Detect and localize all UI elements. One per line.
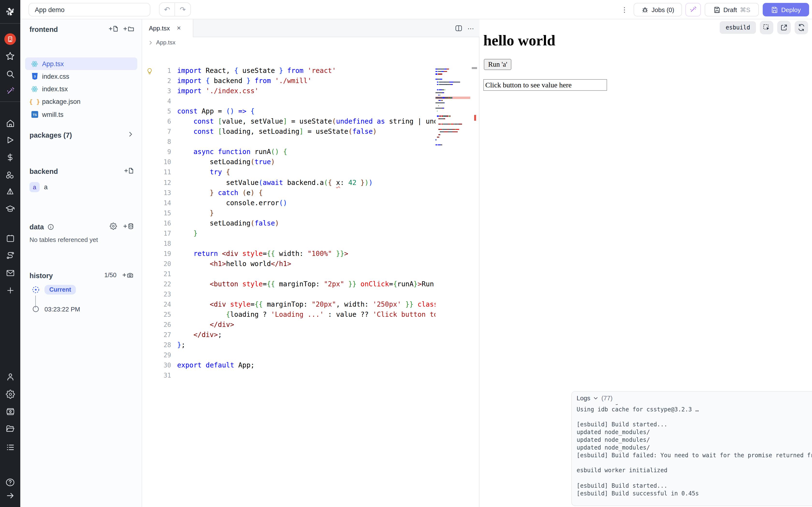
code-line[interactable]: 22 <button style={{ marginTop: "2px" }} … — [142, 280, 436, 290]
code-line[interactable]: 30export default App; — [142, 361, 436, 372]
workers-icon[interactable] — [0, 405, 20, 418]
search-icon[interactable] — [0, 67, 20, 80]
log-lines[interactable]: Initializing esbuild worker... Using idb… — [576, 398, 812, 498]
file-item-index-tsx[interactable]: index.tsx — [25, 83, 137, 95]
backend-item-a[interactable]: a a — [30, 182, 48, 192]
code-text: <button style={{ marginTop: "2px" }} onC… — [171, 280, 436, 290]
inspect-select-icon[interactable] — [760, 21, 773, 34]
minimap-line — [436, 136, 470, 138]
minimap-slider[interactable] — [472, 67, 477, 69]
editor-more-icon[interactable]: ⋯ — [467, 24, 475, 32]
code-line[interactable]: 10 setLoading(true) — [142, 158, 436, 168]
expand-arrow-icon[interactable] — [0, 489, 20, 502]
folders-icon[interactable] — [0, 422, 20, 436]
minimap-line — [436, 75, 470, 78]
code-line[interactable]: 14 console.error() — [142, 199, 436, 209]
snapshot-camera-button[interactable] — [121, 271, 134, 279]
redo-icon[interactable]: ↷ — [175, 3, 191, 16]
ai-assistant-button[interactable] — [686, 3, 701, 16]
variables-dollar-icon[interactable] — [0, 151, 20, 164]
code-content[interactable]: 1import React, { useState } from 'react'… — [142, 67, 436, 385]
data-settings-gear-icon[interactable] — [110, 223, 117, 230]
split-editor-icon[interactable] — [455, 24, 463, 32]
code-line[interactable]: 29 — [142, 351, 436, 361]
draft-button[interactable]: Draft ⌘S — [705, 3, 759, 16]
code-line[interactable]: 31 — [142, 372, 436, 382]
ai-wand-icon[interactable] — [0, 84, 20, 98]
learn-graduation-cap-icon[interactable] — [0, 202, 20, 216]
code-line[interactable]: 8 — [142, 138, 436, 148]
flows-route-icon[interactable] — [0, 249, 20, 262]
frontend-section-tools — [108, 25, 134, 32]
history-node-icon[interactable] — [33, 306, 39, 313]
tab-app-tsx[interactable]: App.tsx ✕ — [142, 19, 193, 37]
minimap-line — [436, 99, 470, 102]
code-line[interactable]: 21 — [142, 270, 436, 280]
deploy-button[interactable]: Deploy — [763, 3, 809, 16]
mail-icon[interactable] — [0, 266, 20, 280]
app-name-input[interactable] — [29, 3, 150, 16]
packages-expand-chevron[interactable] — [127, 131, 134, 137]
code-line[interactable]: 4 — [142, 97, 436, 107]
minimap[interactable] — [436, 68, 470, 153]
code-line[interactable]: 25 {loading ? 'Loading ...' : value ?? '… — [142, 311, 436, 321]
code-line[interactable]: 26 </div> — [142, 321, 436, 331]
settings-gear-icon[interactable] — [0, 387, 20, 401]
runs-play-icon[interactable] — [0, 133, 20, 147]
code-line[interactable]: 24 <div style={{ marginTop: "20px", widt… — [142, 300, 436, 311]
code-line[interactable]: 16 setLoading(false) — [142, 219, 436, 229]
add-folder-button[interactable] — [122, 25, 134, 32]
add-plus-icon[interactable] — [0, 283, 20, 297]
more-menu-icon[interactable]: ⋮ — [620, 3, 629, 16]
code-line[interactable]: 27 </div>; — [142, 331, 436, 341]
code-line[interactable]: 18 — [142, 239, 436, 249]
logs-header[interactable]: Logs (77) — [572, 392, 812, 404]
history-current-node-icon[interactable] — [32, 286, 40, 294]
history-item-current[interactable]: Current — [45, 285, 76, 294]
backend-add-script-button[interactable] — [123, 167, 134, 174]
code-line[interactable]: 19 return <div style={{ width: "100%" }}… — [142, 249, 436, 260]
file-item-package-json[interactable]: { }package.json — [25, 96, 137, 108]
code-line[interactable]: 12 setValue(await backend.a({ x: 42 })) — [142, 178, 436, 188]
chevron-right-icon — [148, 40, 153, 45]
breadcrumb[interactable]: App.tsx — [148, 39, 175, 46]
code-line[interactable]: 6 const [value, setValue] = useState(und… — [142, 117, 436, 127]
user-icon[interactable] — [0, 370, 20, 383]
code-line[interactable]: 13 } catch (e) { — [142, 188, 436, 199]
file-item-app-tsx[interactable]: App.tsx — [25, 57, 137, 70]
jobs-button[interactable]: Jobs (0) — [633, 3, 682, 16]
open-external-icon[interactable] — [777, 21, 791, 34]
resources-cubes-icon[interactable] — [0, 168, 20, 181]
code-line[interactable]: 15 } — [142, 209, 436, 219]
code-line[interactable]: 11 try { — [142, 168, 436, 178]
code-text: </div> — [171, 321, 234, 331]
windmill-logo-icon[interactable] — [0, 5, 20, 18]
help-icon[interactable] — [0, 475, 20, 489]
calendar-icon[interactable] — [0, 231, 20, 245]
code-line[interactable]: 17 } — [142, 229, 436, 239]
workspace-icon[interactable] — [0, 32, 20, 46]
code-line[interactable]: 5const App = () => { — [142, 107, 436, 117]
history-item-timestamp[interactable]: 03:23:22 PM — [45, 306, 80, 313]
code-line[interactable]: 2import { backend } from './wmill' — [142, 77, 436, 87]
code-line[interactable]: 28}; — [142, 341, 436, 351]
file-item-wmill-ts[interactable]: TSwmill.ts — [25, 108, 137, 121]
audit-list-icon[interactable] — [0, 440, 20, 454]
code-line[interactable]: 3import './index.css' — [142, 87, 436, 97]
code-line[interactable]: 1import React, { useState } from 'react' — [142, 67, 436, 77]
undo-icon[interactable]: ↶ — [159, 3, 175, 16]
refresh-icon[interactable] — [795, 21, 808, 34]
code-line[interactable]: 9 async function runA() { — [142, 148, 436, 158]
code-line[interactable]: 23 — [142, 290, 436, 300]
add-file-button[interactable] — [108, 25, 118, 32]
preview-run-button[interactable]: Run 'a' — [484, 59, 512, 70]
add-database-button[interactable] — [122, 223, 134, 230]
tab-close-icon[interactable]: ✕ — [176, 25, 181, 32]
code-line[interactable]: 7 const [loading, setLoading] = useState… — [142, 128, 436, 138]
favorites-star-icon[interactable] — [0, 49, 20, 63]
schedules-prism-icon[interactable] — [0, 185, 20, 199]
home-icon[interactable] — [0, 116, 20, 130]
file-item-index-css[interactable]: 3index.css — [25, 70, 137, 83]
breadcrumb-file: App.tsx — [156, 39, 175, 46]
code-line[interactable]: 20 <h1>hello world</h1> — [142, 260, 436, 270]
